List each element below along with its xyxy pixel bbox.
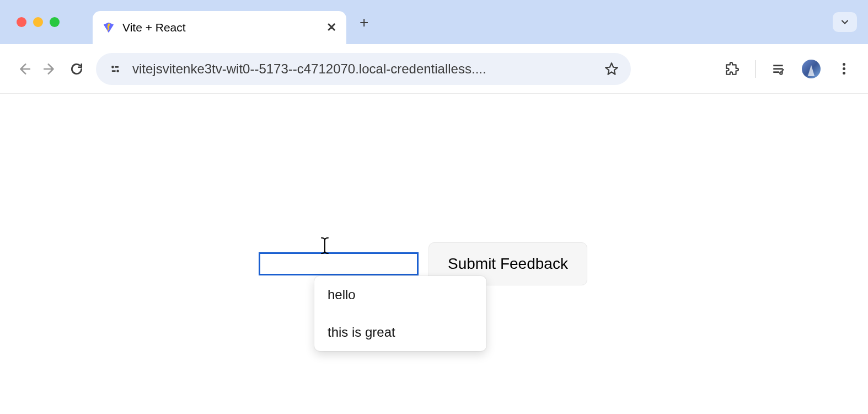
tab-title: Vite + React xyxy=(122,21,319,34)
media-playlist-icon[interactable] xyxy=(771,61,786,77)
toolbar-right xyxy=(724,60,851,78)
page-content: Submit Feedback hello this is great xyxy=(0,94,868,414)
extensions-icon[interactable] xyxy=(724,61,740,77)
autocomplete-option[interactable]: hello xyxy=(314,276,486,314)
window-minimize-button[interactable] xyxy=(33,17,43,27)
reload-button[interactable] xyxy=(69,62,84,76)
vite-favicon-icon xyxy=(103,22,115,34)
new-tab-button[interactable]: + xyxy=(360,15,368,30)
window-close-button[interactable] xyxy=(17,17,26,27)
bookmark-star-icon[interactable] xyxy=(604,62,619,76)
svg-rect-1 xyxy=(115,66,119,67)
svg-rect-6 xyxy=(773,71,779,73)
site-settings-icon[interactable] xyxy=(108,62,122,76)
tab-search-button[interactable] xyxy=(833,12,857,32)
autocomplete-option[interactable]: this is great xyxy=(314,314,486,351)
autocomplete-dropdown: hello this is great xyxy=(314,276,486,351)
browser-tab[interactable]: Vite + React ✕ xyxy=(93,11,346,44)
svg-rect-4 xyxy=(773,65,783,66)
window-maximize-button[interactable] xyxy=(50,17,60,27)
address-bar[interactable]: vitejsvitenke3tv-wit0--5173--c4712070.lo… xyxy=(96,53,631,85)
window-controls xyxy=(17,17,60,27)
browser-menu-icon[interactable] xyxy=(836,61,851,77)
toolbar-divider xyxy=(755,60,756,78)
close-tab-icon[interactable]: ✕ xyxy=(326,20,336,35)
feedback-input[interactable] xyxy=(259,252,419,275)
browser-toolbar: vitejsvitenke3tv-wit0--5173--c4712070.lo… xyxy=(0,44,868,94)
svg-rect-3 xyxy=(112,70,116,72)
back-button[interactable] xyxy=(17,62,31,76)
svg-point-2 xyxy=(116,70,119,72)
forward-button[interactable] xyxy=(43,62,57,76)
url-text: vitejsvitenke3tv-wit0--5173--c4712070.lo… xyxy=(132,61,594,77)
browser-tab-strip: Vite + React ✕ + xyxy=(0,0,868,44)
svg-rect-5 xyxy=(773,68,783,70)
profile-avatar[interactable] xyxy=(802,60,821,78)
svg-point-0 xyxy=(111,66,114,68)
